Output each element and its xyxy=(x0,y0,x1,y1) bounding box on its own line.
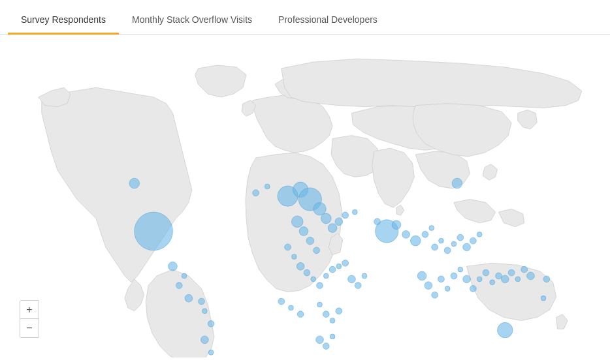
zoom-in-button[interactable]: + xyxy=(20,301,39,319)
data-bubble xyxy=(313,247,320,254)
data-bubble xyxy=(392,220,401,230)
tab-monthly-visits[interactable]: Monthly Stack Overflow Visits xyxy=(119,7,265,35)
data-bubble xyxy=(182,273,187,279)
data-bubble xyxy=(278,298,285,305)
data-bubble xyxy=(336,264,342,269)
data-bubble xyxy=(463,243,471,251)
data-bubble xyxy=(417,271,426,281)
data-bubble xyxy=(490,280,495,285)
data-bubble xyxy=(342,260,349,266)
data-bubble xyxy=(208,350,214,355)
tab-survey-respondents[interactable]: Survey Respondents xyxy=(8,7,119,35)
data-bubble xyxy=(515,277,521,282)
data-bubble xyxy=(348,275,356,283)
data-bubble xyxy=(452,178,462,189)
world-map xyxy=(7,41,603,357)
data-bubble xyxy=(501,275,509,283)
data-bubble xyxy=(438,276,445,282)
data-bubble xyxy=(299,227,308,236)
data-bubble xyxy=(336,308,342,314)
data-bubble xyxy=(477,232,482,237)
data-bubble xyxy=(316,336,324,344)
data-bubble xyxy=(208,320,214,327)
data-bubble xyxy=(169,262,178,271)
map-container: + − xyxy=(0,35,610,364)
data-bubble xyxy=(129,178,140,189)
data-bubble xyxy=(185,294,193,302)
data-bubble xyxy=(402,230,410,238)
data-bubble xyxy=(291,254,297,260)
data-bubble xyxy=(429,226,434,231)
data-bubble xyxy=(330,334,335,339)
data-bubble xyxy=(313,202,327,215)
data-bubble xyxy=(306,237,314,245)
data-bubble xyxy=(543,276,550,282)
data-bubble xyxy=(176,282,182,289)
data-bubble xyxy=(323,273,329,279)
data-bubble xyxy=(355,282,361,289)
data-bubble xyxy=(470,237,476,244)
data-bubble xyxy=(527,272,535,280)
data-bubble xyxy=(483,269,489,276)
data-bubble xyxy=(477,277,482,282)
data-bubble xyxy=(422,231,428,237)
data-bubble xyxy=(297,311,304,318)
data-bubble xyxy=(458,267,463,272)
data-bubble xyxy=(135,212,173,250)
main-container: Survey Respondents Monthly Stack Overflo… xyxy=(0,0,610,364)
data-bubble xyxy=(323,343,329,350)
data-bubble xyxy=(265,184,270,189)
zoom-out-button[interactable]: − xyxy=(20,319,39,337)
data-bubble xyxy=(329,266,336,273)
data-bubble xyxy=(304,269,310,276)
data-bubble xyxy=(432,292,438,298)
data-bubble xyxy=(317,282,323,289)
data-bubble xyxy=(297,262,304,270)
data-bubble xyxy=(498,322,513,337)
data-bubble xyxy=(289,305,294,311)
tab-professional-developers[interactable]: Professional Developers xyxy=(265,7,391,35)
data-bubble xyxy=(317,302,323,307)
data-bubble xyxy=(253,190,259,196)
data-bubble xyxy=(330,318,335,324)
data-bubble xyxy=(451,241,457,247)
data-bubble xyxy=(335,218,343,226)
data-bubble xyxy=(439,238,444,243)
data-bubble xyxy=(444,247,451,254)
data-bubble xyxy=(432,244,438,250)
data-bubble xyxy=(425,282,432,290)
data-bubble xyxy=(202,309,207,314)
data-bubble xyxy=(451,273,457,279)
data-bubble xyxy=(328,224,337,233)
data-bubble xyxy=(201,336,208,344)
zoom-controls: + − xyxy=(20,300,39,338)
data-bubble xyxy=(463,275,471,283)
data-bubble xyxy=(410,235,421,246)
data-bubble xyxy=(352,209,357,215)
data-bubble xyxy=(470,286,476,292)
data-bubble xyxy=(291,216,303,228)
data-bubble xyxy=(311,277,316,282)
data-bubble xyxy=(321,213,331,224)
data-bubble xyxy=(362,273,367,279)
data-bubble xyxy=(496,273,502,279)
data-bubble xyxy=(445,286,450,292)
data-bubble xyxy=(323,311,329,318)
tab-bar: Survey Respondents Monthly Stack Overflo… xyxy=(0,7,610,35)
data-bubble xyxy=(541,296,546,301)
data-bubble xyxy=(508,269,515,276)
data-bubble xyxy=(285,244,291,250)
data-bubble xyxy=(342,212,349,219)
data-bubble xyxy=(199,298,205,305)
data-bubble xyxy=(457,234,464,241)
data-bubble xyxy=(521,266,528,273)
